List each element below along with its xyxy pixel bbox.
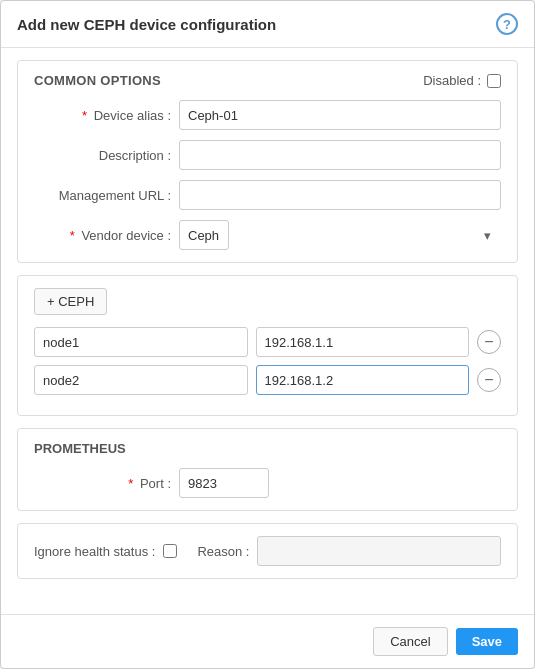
prometheus-title: PROMETHEUS: [34, 441, 501, 456]
port-row: * Port :: [34, 468, 501, 498]
description-row: Description :: [34, 140, 501, 170]
port-required-star: *: [128, 476, 133, 491]
add-ceph-button[interactable]: + CEPH: [34, 288, 107, 315]
remove-node2-button[interactable]: −: [477, 368, 501, 392]
device-alias-label: * Device alias :: [34, 108, 179, 123]
modal-body: Common options Disabled : * Device alias…: [1, 48, 534, 614]
disabled-row: Disabled :: [423, 73, 501, 88]
modal-title: Add new CEPH device configuration: [17, 16, 276, 33]
management-url-input[interactable]: [179, 180, 501, 210]
management-url-label: Management URL :: [34, 188, 179, 203]
modal-header: Add new CEPH device configuration ?: [1, 1, 534, 48]
description-label: Description :: [34, 148, 179, 163]
port-input[interactable]: [179, 468, 269, 498]
node1-name-input[interactable]: [34, 327, 248, 357]
modal-footer: Cancel Save: [1, 614, 534, 668]
help-icon[interactable]: ?: [496, 13, 518, 35]
vendor-device-label: * Vendor device :: [34, 228, 179, 243]
vendor-device-select-wrapper: Ceph: [179, 220, 501, 250]
health-section: Ignore health status : Reason :: [17, 523, 518, 579]
node-row-1: −: [34, 327, 501, 357]
node2-name-input[interactable]: [34, 365, 248, 395]
device-alias-input[interactable]: [179, 100, 501, 130]
prometheus-section: PROMETHEUS * Port :: [17, 428, 518, 511]
device-alias-required-star: *: [82, 108, 87, 123]
vendor-device-row: * Vendor device : Ceph: [34, 220, 501, 250]
save-button[interactable]: Save: [456, 628, 518, 655]
node1-ip-input[interactable]: [256, 327, 470, 357]
remove-node1-button[interactable]: −: [477, 330, 501, 354]
ceph-section: + CEPH − −: [17, 275, 518, 416]
common-options-header: Common options Disabled :: [34, 73, 501, 88]
modal-container: Add new CEPH device configuration ? Comm…: [0, 0, 535, 669]
disabled-label: Disabled :: [423, 73, 481, 88]
ignore-health-label: Ignore health status :: [34, 544, 155, 559]
vendor-device-required-star: *: [70, 228, 75, 243]
management-url-row: Management URL :: [34, 180, 501, 210]
node-row-2: −: [34, 365, 501, 395]
reason-input[interactable]: [257, 536, 501, 566]
cancel-button[interactable]: Cancel: [373, 627, 447, 656]
node2-ip-input[interactable]: [256, 365, 470, 395]
disabled-checkbox[interactable]: [487, 74, 501, 88]
common-options-title: Common options: [34, 73, 161, 88]
ignore-health-checkbox[interactable]: [163, 544, 177, 558]
port-label: * Port :: [34, 476, 179, 491]
description-input[interactable]: [179, 140, 501, 170]
reason-label: Reason :: [197, 544, 249, 559]
vendor-device-select[interactable]: Ceph: [179, 220, 229, 250]
device-alias-row: * Device alias :: [34, 100, 501, 130]
common-options-section: Common options Disabled : * Device alias…: [17, 60, 518, 263]
